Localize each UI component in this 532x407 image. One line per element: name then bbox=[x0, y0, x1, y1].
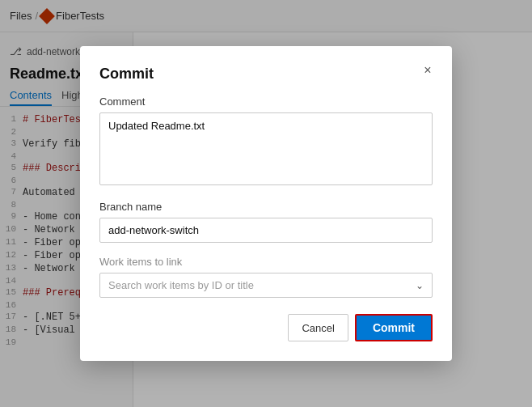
close-button[interactable]: × bbox=[418, 61, 437, 80]
branch-input[interactable] bbox=[99, 218, 433, 243]
workitems-placeholder: Search work items by ID or title bbox=[108, 279, 254, 291]
modal-title: Commit bbox=[99, 66, 433, 83]
modal-overlay: Commit × Comment Updated Readme.txt Bran… bbox=[0, 0, 532, 407]
commit-modal: Commit × Comment Updated Readme.txt Bran… bbox=[80, 46, 452, 361]
commit-button[interactable]: Commit bbox=[355, 314, 433, 341]
workitems-label: Work items to link bbox=[99, 256, 433, 268]
comment-label: Comment bbox=[99, 95, 433, 108]
cancel-button[interactable]: Cancel bbox=[288, 314, 348, 341]
workitems-dropdown[interactable]: Search work items by ID or title ⌄ bbox=[99, 273, 433, 298]
modal-footer: Cancel Commit bbox=[99, 314, 433, 341]
comment-input[interactable]: Updated Readme.txt bbox=[99, 112, 433, 185]
branch-label: Branch name bbox=[99, 201, 433, 213]
chevron-down-icon: ⌄ bbox=[416, 280, 424, 291]
